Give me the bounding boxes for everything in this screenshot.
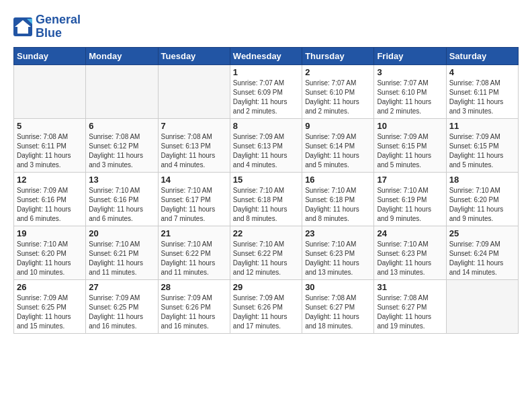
day-info: Sunrise: 7:09 AM Sunset: 6:25 PM Dayligh… [89,293,154,331]
day-number: 18 [449,175,515,185]
calendar-cell [446,279,518,333]
day-number: 9 [305,121,371,131]
calendar-cell: 13Sunrise: 7:10 AM Sunset: 6:16 PM Dayli… [86,172,158,226]
weekday-header-wednesday: Wednesday [230,47,302,64]
calendar-cell: 20Sunrise: 7:10 AM Sunset: 6:21 PM Dayli… [86,226,158,279]
week-row-0: 1Sunrise: 7:07 AM Sunset: 6:09 PM Daylig… [14,64,519,118]
calendar-cell: 28Sunrise: 7:09 AM Sunset: 6:26 PM Dayli… [158,279,230,333]
day-info: Sunrise: 7:08 AM Sunset: 6:27 PM Dayligh… [377,293,443,331]
calendar-cell: 6Sunrise: 7:08 AM Sunset: 6:12 PM Daylig… [86,118,158,172]
day-number: 8 [233,121,299,131]
day-number: 21 [161,228,227,238]
calendar-cell: 14Sunrise: 7:10 AM Sunset: 6:17 PM Dayli… [158,172,230,226]
day-info: Sunrise: 7:10 AM Sunset: 6:16 PM Dayligh… [89,186,154,224]
week-row-4: 26Sunrise: 7:09 AM Sunset: 6:25 PM Dayli… [14,279,519,333]
weekday-header-row: SundayMondayTuesdayWednesdayThursdayFrid… [14,47,519,64]
calendar: SundayMondayTuesdayWednesdayThursdayFrid… [13,47,519,334]
day-number: 3 [377,67,443,77]
day-info: Sunrise: 7:07 AM Sunset: 6:10 PM Dayligh… [305,79,371,116]
calendar-cell: 25Sunrise: 7:09 AM Sunset: 6:24 PM Dayli… [446,226,518,279]
day-info: Sunrise: 7:10 AM Sunset: 6:19 PM Dayligh… [377,186,443,224]
day-number: 12 [17,175,83,185]
weekday-header-friday: Friday [374,47,446,64]
calendar-cell: 30Sunrise: 7:08 AM Sunset: 6:27 PM Dayli… [302,279,374,333]
day-info: Sunrise: 7:08 AM Sunset: 6:13 PM Dayligh… [161,132,227,170]
day-number: 22 [233,228,299,238]
calendar-cell: 22Sunrise: 7:10 AM Sunset: 6:22 PM Dayli… [230,226,302,279]
logo-icon [13,17,34,36]
day-info: Sunrise: 7:09 AM Sunset: 6:15 PM Dayligh… [377,132,443,170]
day-info: Sunrise: 7:10 AM Sunset: 6:18 PM Dayligh… [305,186,371,224]
weekday-header-tuesday: Tuesday [158,47,230,64]
day-number: 23 [305,228,371,238]
calendar-cell: 29Sunrise: 7:09 AM Sunset: 6:26 PM Dayli… [230,279,302,333]
calendar-cell [158,64,230,118]
day-number: 14 [161,175,227,185]
day-info: Sunrise: 7:08 AM Sunset: 6:12 PM Dayligh… [89,132,154,170]
day-info: Sunrise: 7:10 AM Sunset: 6:23 PM Dayligh… [377,240,443,277]
calendar-cell: 17Sunrise: 7:10 AM Sunset: 6:19 PM Dayli… [374,172,446,226]
calendar-cell: 26Sunrise: 7:09 AM Sunset: 6:25 PM Dayli… [14,279,86,333]
page: General Blue SundayMondayTuesdayWednesda… [0,0,532,340]
day-number: 20 [89,228,154,238]
calendar-cell [86,64,158,118]
calendar-cell: 3Sunrise: 7:07 AM Sunset: 6:10 PM Daylig… [374,64,446,118]
day-info: Sunrise: 7:08 AM Sunset: 6:27 PM Dayligh… [305,293,371,331]
weekday-header-sunday: Sunday [14,47,86,64]
calendar-cell: 10Sunrise: 7:09 AM Sunset: 6:15 PM Dayli… [374,118,446,172]
day-number: 1 [233,67,299,77]
calendar-cell: 16Sunrise: 7:10 AM Sunset: 6:18 PM Dayli… [302,172,374,226]
day-info: Sunrise: 7:10 AM Sunset: 6:22 PM Dayligh… [161,240,227,277]
day-info: Sunrise: 7:09 AM Sunset: 6:26 PM Dayligh… [233,293,299,331]
day-info: Sunrise: 7:09 AM Sunset: 6:14 PM Dayligh… [305,132,371,170]
day-number: 31 [377,282,443,292]
day-number: 24 [377,228,443,238]
calendar-cell: 7Sunrise: 7:08 AM Sunset: 6:13 PM Daylig… [158,118,230,172]
day-number: 6 [89,121,154,131]
day-number: 13 [89,175,154,185]
logo: General Blue [13,13,81,40]
calendar-cell: 19Sunrise: 7:10 AM Sunset: 6:20 PM Dayli… [14,226,86,279]
week-row-2: 12Sunrise: 7:09 AM Sunset: 6:16 PM Dayli… [14,172,519,226]
day-number: 25 [449,228,515,238]
day-number: 27 [89,282,154,292]
week-row-1: 5Sunrise: 7:08 AM Sunset: 6:11 PM Daylig… [14,118,519,172]
calendar-cell: 1Sunrise: 7:07 AM Sunset: 6:09 PM Daylig… [230,64,302,118]
day-info: Sunrise: 7:10 AM Sunset: 6:21 PM Dayligh… [89,240,154,277]
week-row-3: 19Sunrise: 7:10 AM Sunset: 6:20 PM Dayli… [14,226,519,279]
day-number: 10 [377,121,443,131]
day-info: Sunrise: 7:09 AM Sunset: 6:13 PM Dayligh… [233,132,299,170]
day-info: Sunrise: 7:10 AM Sunset: 6:20 PM Dayligh… [449,186,515,224]
calendar-cell: 5Sunrise: 7:08 AM Sunset: 6:11 PM Daylig… [14,118,86,172]
day-info: Sunrise: 7:07 AM Sunset: 6:09 PM Dayligh… [233,79,299,116]
calendar-cell: 12Sunrise: 7:09 AM Sunset: 6:16 PM Dayli… [14,172,86,226]
weekday-header-thursday: Thursday [302,47,374,64]
day-number: 11 [449,121,515,131]
calendar-cell: 31Sunrise: 7:08 AM Sunset: 6:27 PM Dayli… [374,279,446,333]
calendar-cell: 15Sunrise: 7:10 AM Sunset: 6:18 PM Dayli… [230,172,302,226]
day-number: 7 [161,121,227,131]
day-info: Sunrise: 7:10 AM Sunset: 6:18 PM Dayligh… [233,186,299,224]
day-info: Sunrise: 7:10 AM Sunset: 6:22 PM Dayligh… [233,240,299,277]
day-number: 19 [17,228,83,238]
day-number: 29 [233,282,299,292]
calendar-cell: 11Sunrise: 7:09 AM Sunset: 6:15 PM Dayli… [446,118,518,172]
day-info: Sunrise: 7:09 AM Sunset: 6:24 PM Dayligh… [449,240,515,277]
day-number: 5 [17,121,83,131]
day-number: 16 [305,175,371,185]
calendar-cell: 2Sunrise: 7:07 AM Sunset: 6:10 PM Daylig… [302,64,374,118]
weekday-header-saturday: Saturday [446,47,518,64]
logo-text: General Blue [36,13,81,40]
day-number: 17 [377,175,443,185]
calendar-cell: 24Sunrise: 7:10 AM Sunset: 6:23 PM Dayli… [374,226,446,279]
day-number: 28 [161,282,227,292]
day-info: Sunrise: 7:09 AM Sunset: 6:16 PM Dayligh… [17,186,83,224]
calendar-cell: 23Sunrise: 7:10 AM Sunset: 6:23 PM Dayli… [302,226,374,279]
day-number: 26 [17,282,83,292]
day-info: Sunrise: 7:10 AM Sunset: 6:20 PM Dayligh… [17,240,83,277]
day-number: 2 [305,67,371,77]
calendar-cell: 8Sunrise: 7:09 AM Sunset: 6:13 PM Daylig… [230,118,302,172]
day-info: Sunrise: 7:09 AM Sunset: 6:25 PM Dayligh… [17,293,83,331]
day-info: Sunrise: 7:10 AM Sunset: 6:23 PM Dayligh… [305,240,371,277]
calendar-cell: 27Sunrise: 7:09 AM Sunset: 6:25 PM Dayli… [86,279,158,333]
